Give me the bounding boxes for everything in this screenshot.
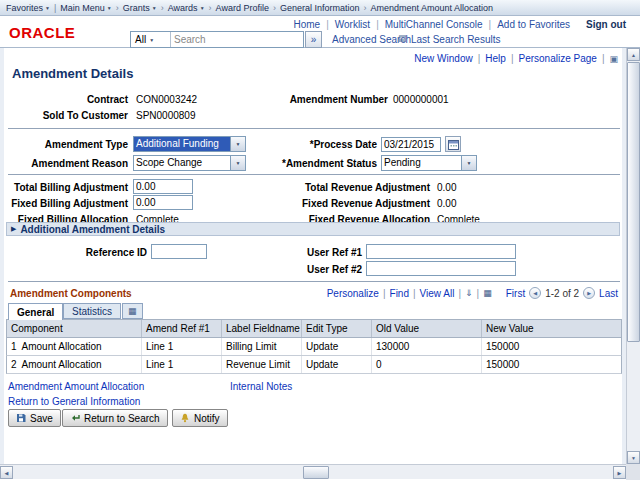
breadcrumb-awards[interactable]: Awards▼ — [168, 3, 205, 13]
download-icon[interactable]: ⇓ — [465, 288, 473, 298]
breadcrumb-label: Grants — [123, 3, 150, 13]
copy-url-icon[interactable]: ▣ — [609, 54, 618, 64]
amendment-type-label: Amendment Type — [10, 139, 128, 150]
breadcrumb-main-menu[interactable]: Main Menu▼ — [60, 3, 111, 13]
horizontal-scroll-thumb[interactable] — [303, 466, 329, 479]
row-number: 2 — [11, 359, 17, 370]
help-link[interactable]: Help — [485, 53, 506, 64]
return-to-search-button[interactable]: Return to Search — [62, 409, 168, 427]
calendar-icon[interactable] — [445, 136, 461, 152]
toolbar-separator: | — [413, 288, 416, 299]
scroll-right-icon[interactable]: ▶ — [613, 466, 626, 479]
chevron-down-icon: ▼ — [152, 5, 157, 11]
notify-bell-icon — [180, 413, 190, 423]
dropdown-button: ▼ — [461, 156, 476, 170]
search-scope-select[interactable]: All▼ — [131, 32, 171, 47]
breadcrumb-general-information[interactable]: General Information — [280, 3, 360, 13]
scroll-down-icon[interactable]: ▼ — [627, 451, 640, 464]
next-page-icon[interactable]: ▶ — [583, 287, 595, 299]
personalize-link[interactable]: Personalize — [327, 288, 379, 299]
toolbar-separator: | — [383, 288, 386, 299]
search-button[interactable]: » — [305, 31, 322, 48]
last-link[interactable]: Last — [599, 288, 618, 299]
user-ref-2-input[interactable] — [366, 261, 516, 276]
amendment-reason-selected-option: Scope Change — [134, 156, 230, 170]
user-ref-1-label: User Ref #1 — [250, 247, 362, 258]
zoom-grid-icon[interactable]: ▦ — [483, 288, 492, 298]
amendment-amount-allocation-link[interactable]: Amendment Amount Allocation — [8, 381, 144, 392]
internal-notes-link[interactable]: Internal Notes — [230, 381, 292, 392]
return-to-general-information-link[interactable]: Return to General Information — [8, 396, 140, 407]
sign-out-link[interactable]: Sign out — [586, 19, 626, 30]
view-all-link[interactable]: View All — [420, 288, 455, 299]
total-billing-adjustment-input[interactable] — [133, 179, 193, 194]
amendment-reason-select[interactable]: Scope Change ▼ — [133, 155, 246, 171]
breadcrumb-grants[interactable]: Grants▼ — [123, 3, 157, 13]
tab-general[interactable]: General — [8, 303, 63, 320]
user-ref-1-input[interactable] — [366, 244, 516, 259]
button-label: Save — [30, 413, 53, 424]
total-revenue-adjustment-label: Total Revenue Adjustment — [270, 182, 430, 193]
personalize-page-link[interactable]: Personalize Page — [518, 53, 596, 64]
search-input[interactable] — [171, 32, 303, 47]
amendment-status-select[interactable]: Pending ▼ — [381, 155, 477, 171]
worklist-link[interactable]: Worklist — [335, 19, 370, 30]
section-title: Additional Amendment Details — [20, 224, 165, 235]
breadcrumb-label: Award Profile — [216, 3, 269, 13]
first-link[interactable]: First — [506, 288, 525, 299]
breadcrumb-favorites[interactable]: Favorites▼ — [6, 3, 50, 13]
sold-to-customer-value: SPN0000809 — [136, 110, 196, 121]
page-title: Amendment Details — [12, 66, 133, 81]
column-header-edit-type[interactable]: Edit Type — [302, 320, 372, 337]
table-row: 2Amount Allocation Line 1 Revenue Limit … — [6, 356, 622, 374]
contract-label: Contract — [10, 94, 128, 105]
column-header-amend-ref[interactable]: Amend Ref #1 — [142, 320, 222, 337]
breadcrumb-separator: › — [363, 3, 366, 13]
breadcrumb-separator: › — [209, 3, 212, 13]
chevron-down-icon: ▼ — [467, 160, 472, 166]
grid-toolbar: Personalize | Find | View All | ⇓ | ▦ Fi… — [327, 287, 618, 299]
column-header-new-value[interactable]: New Value — [482, 320, 621, 337]
dropdown-button: ▼ — [230, 137, 245, 151]
notify-button[interactable]: Notify — [172, 409, 228, 427]
new-window-link[interactable]: New Window — [414, 53, 472, 64]
horizontal-scrollbar[interactable]: ◀ ▶ — [0, 464, 626, 479]
tab-show-all-columns[interactable]: ▦ — [122, 303, 143, 319]
save-button[interactable]: Save — [8, 409, 61, 427]
scroll-left-icon[interactable]: ◀ — [0, 466, 13, 479]
cell-old-value: 0 — [372, 356, 482, 373]
reference-id-input[interactable] — [151, 244, 207, 259]
cell-new-value: 150000 — [482, 338, 621, 355]
home-link[interactable]: Home — [293, 19, 320, 30]
vertical-scrollbar[interactable]: ▲ ▼ — [626, 48, 640, 464]
toolbar-separator: | — [458, 288, 461, 299]
breadcrumb-award-profile[interactable]: Award Profile — [216, 3, 269, 13]
find-link[interactable]: Find — [390, 288, 409, 299]
vertical-scroll-thumb[interactable] — [627, 62, 640, 342]
reference-id-label: Reference ID — [20, 247, 147, 258]
row-range: 1-2 of 2 — [545, 288, 579, 299]
amendment-type-select[interactable]: Additional Funding ▼ — [133, 136, 246, 152]
column-header-old-value[interactable]: Old Value — [372, 320, 482, 337]
fixed-billing-adjustment-input[interactable] — [133, 195, 193, 210]
component-name: Amount Allocation — [22, 341, 102, 352]
multichannel-console-link[interactable]: MultiChannel Console — [385, 19, 483, 30]
cell-amend-ref: Line 1 — [142, 356, 222, 373]
amendment-reason-label: Amendment Reason — [10, 158, 128, 169]
oracle-logo: ORACLE — [9, 24, 75, 41]
cell-label-fieldname: Revenue Limit — [222, 356, 302, 373]
content-left-edge — [0, 48, 4, 464]
previous-page-icon[interactable]: ◀ — [529, 287, 541, 299]
fixed-revenue-adjustment-value: 0.00 — [437, 198, 456, 209]
scroll-up-icon[interactable]: ▲ — [627, 48, 640, 61]
add-to-favorites-link[interactable]: Add to Favorites — [497, 19, 570, 30]
process-date-input[interactable] — [381, 137, 441, 152]
column-header-component[interactable]: Component — [7, 320, 142, 337]
last-search-results-link[interactable]: Last Search Results — [411, 34, 501, 45]
amendment-type-selected-option: Additional Funding — [134, 137, 230, 151]
tab-statistics[interactable]: Statistics — [63, 303, 121, 319]
column-header-label-fieldname[interactable]: Label Fieldname — [222, 320, 302, 337]
additional-amendment-details-section[interactable]: ▶ Additional Amendment Details — [6, 222, 620, 236]
breadcrumb-label: Amendment Amount Allocation — [370, 3, 493, 13]
peoplesoft-window: Favorites▼ | Main Menu▼ › Grants▼ › Awar… — [0, 0, 640, 480]
